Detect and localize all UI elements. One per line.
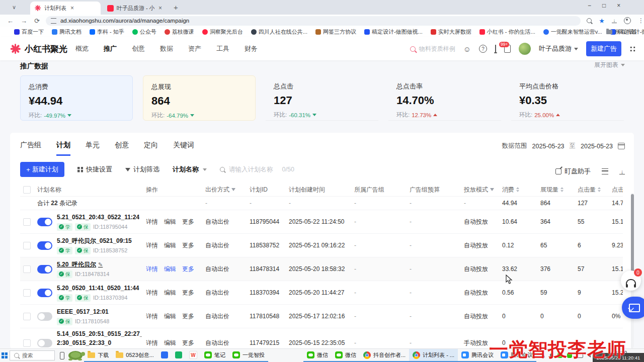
- more-link[interactable]: 更多: [182, 241, 194, 250]
- plan-toggle-on[interactable]: [37, 265, 52, 274]
- edit-link[interactable]: 编辑: [164, 312, 176, 321]
- calendar-icon[interactable]: [618, 143, 625, 149]
- edit-link[interactable]: 编辑: [164, 339, 176, 347]
- taskbar-chrome-douyin[interactable]: 抖音创作者...: [360, 349, 409, 362]
- close-tab-icon[interactable]: ×: [158, 5, 162, 12]
- table-row[interactable]: 5.20_呼伦贝尔✎ ✓保 ID:118478314 详情编辑更多 自动出价 1…: [20, 257, 623, 281]
- edit-link[interactable]: 编辑: [164, 241, 176, 250]
- nav-promotion[interactable]: 推广: [104, 44, 117, 53]
- browser-tab-xiaohongshu[interactable]: 叶子品质游 - 小红书搜索 ×: [103, 2, 166, 15]
- detail-link[interactable]: 详情: [146, 218, 158, 226]
- taskbar-folder-downloads[interactable]: 下载: [84, 349, 112, 362]
- sort-icon[interactable]: [560, 187, 564, 192]
- more-link[interactable]: 更多: [182, 339, 194, 347]
- taskbar-wechat[interactable]: 微信: [332, 349, 360, 362]
- tab-targeting[interactable]: 定向: [144, 141, 158, 156]
- edit-link[interactable]: 编辑: [164, 218, 176, 226]
- sort-icon[interactable]: [598, 187, 601, 192]
- table-row[interactable]: 5.20_呼伦贝尔_0521_09:15 ✓学 ✓保 ID:118538752 …: [20, 234, 623, 257]
- row-checkbox[interactable]: [23, 265, 31, 273]
- col-impressions[interactable]: 展现量: [540, 186, 578, 194]
- bookmark[interactable]: 四川人社在线公共...: [251, 28, 307, 36]
- taskbar-search[interactable]: 搜索: [10, 350, 55, 360]
- stat-card-ctr[interactable]: 总点击率 14.70% 环比:12.73%: [388, 75, 501, 121]
- task-view-icon[interactable]: [60, 352, 64, 359]
- col-clicks[interactable]: 点击量: [578, 186, 612, 194]
- date-start[interactable]: 2025-05-23: [532, 143, 565, 150]
- bookmark[interactable]: 一觉醒来智慧运营v...: [543, 28, 602, 36]
- plan-toggle-on[interactable]: [37, 289, 52, 297]
- bookmark[interactable]: 稿定设计-做图做视...: [364, 28, 423, 36]
- col-bid-type[interactable]: 出价方式: [205, 186, 250, 194]
- date-end[interactable]: 2025-05-23: [581, 143, 613, 150]
- row-checkbox[interactable]: [23, 218, 31, 226]
- window-minimize-button[interactable]: −: [588, 2, 591, 9]
- help-icon[interactable]: ?: [479, 45, 487, 53]
- stat-card-spend[interactable]: 总消费 ¥44.94 环比:-49.97%: [20, 75, 133, 121]
- account-menu[interactable]: 叶子品质游: [539, 44, 578, 53]
- app-logo[interactable]: 小红书聚光: [9, 43, 67, 55]
- nav-overview[interactable]: 概览: [75, 44, 89, 53]
- monitor-assistant-button[interactable]: 盯盘助手: [555, 167, 591, 176]
- window-maximize-button[interactable]: □: [602, 2, 606, 9]
- edit-pencil-icon[interactable]: ✎: [98, 261, 103, 267]
- edit-link[interactable]: 编辑: [164, 289, 176, 297]
- notifications-button[interactable]: 99+: [495, 45, 496, 52]
- profile-icon[interactable]: [624, 17, 631, 24]
- bookmark[interactable]: 实时大屏数据: [431, 28, 471, 36]
- bookmark-star-icon[interactable]: ★: [599, 17, 605, 25]
- new-tab-button[interactable]: +: [174, 3, 178, 12]
- plan-name[interactable]: 5.14_0515_20:51_0515_22:27_0515_2: [57, 329, 142, 338]
- edit-link[interactable]: 编辑: [164, 265, 176, 274]
- nav-tools[interactable]: 工具: [216, 44, 229, 53]
- table-row[interactable]: EEEE_0517_12:01 ✓保 ID:117810548 详情编辑更多 自…: [20, 305, 623, 328]
- app-grid-icon[interactable]: [629, 46, 636, 52]
- plan-name[interactable]: 5.21_0521_20:43_0522_11:24: [57, 213, 139, 222]
- reload-icon[interactable]: ⟳: [34, 17, 40, 25]
- header-search[interactable]: 物料资质样例: [410, 45, 455, 53]
- more-link[interactable]: 更多: [182, 218, 194, 226]
- table-row[interactable]: 5.21_0521_20:43_0522_11:24 ✓学 ✓保 ID:1187…: [20, 210, 623, 234]
- plan-toggle-on[interactable]: [37, 241, 52, 250]
- close-tab-icon[interactable]: ×: [70, 5, 74, 12]
- filter-icon[interactable]: [490, 188, 494, 191]
- zoom-icon[interactable]: [587, 18, 592, 23]
- bookmark[interactable]: 李科 - 知乎: [90, 28, 124, 36]
- scrollbar-thumb[interactable]: [631, 194, 634, 279]
- plan-search-input[interactable]: 请输入计划名称 0/50: [220, 165, 294, 174]
- nav-creative[interactable]: 创意: [132, 44, 145, 53]
- quick-setup-button[interactable]: 快捷设置: [77, 165, 112, 174]
- detail-link[interactable]: 详情: [146, 312, 158, 321]
- select-all-checkbox[interactable]: [23, 186, 31, 194]
- row-checkbox[interactable]: [23, 339, 31, 347]
- site-settings-icon[interactable]: [51, 18, 56, 24]
- plan-toggle-off[interactable]: [37, 312, 52, 321]
- nav-assets[interactable]: 资产: [188, 44, 201, 53]
- new-plan-button[interactable]: +新建计划: [20, 162, 64, 177]
- filter-icon[interactable]: [231, 188, 235, 191]
- taskbar-wechat[interactable]: 微信: [303, 349, 332, 362]
- stat-card-impressions[interactable]: 总展现 864 环比:-64.79%: [143, 75, 256, 121]
- bookmark[interactable]: 网签三方协议: [315, 28, 356, 36]
- name-field-dropdown[interactable]: 计划名称: [173, 165, 207, 174]
- tab-unit[interactable]: 单元: [86, 141, 100, 156]
- col-ctr[interactable]: 点击率: [612, 186, 623, 194]
- bookmark[interactable]: 百度一下: [14, 28, 44, 36]
- taskbar-folder-0523[interactable]: 0523创意...: [112, 349, 157, 362]
- taskbar-app-green[interactable]: [172, 349, 186, 362]
- col-plan-name[interactable]: 计划名称: [37, 186, 146, 194]
- export-icon[interactable]: ↓: [619, 169, 625, 174]
- detail-link[interactable]: 详情: [146, 289, 158, 297]
- col-spend[interactable]: 消费: [502, 186, 540, 194]
- start-button[interactable]: [0, 349, 10, 362]
- url-text[interactable]: ad.xiaohongshu.com/aurora/ad/manage/camp…: [60, 18, 189, 24]
- row-checkbox[interactable]: [23, 289, 31, 297]
- plan-filter-button[interactable]: 计划筛选: [125, 165, 159, 174]
- url-field[interactable]: ad.xiaohongshu.com/aurora/ad/manage/camp…: [46, 16, 581, 26]
- all-bookmarks-button[interactable]: 所有书签: [606, 28, 637, 36]
- bookmark[interactable]: 公众号: [132, 28, 156, 36]
- back-icon[interactable]: ←: [7, 17, 14, 25]
- more-link[interactable]: 更多: [182, 312, 194, 321]
- taskbar-wechat-yijue[interactable]: 一觉智投: [229, 349, 268, 362]
- tab-keywords[interactable]: 关键词: [173, 141, 194, 156]
